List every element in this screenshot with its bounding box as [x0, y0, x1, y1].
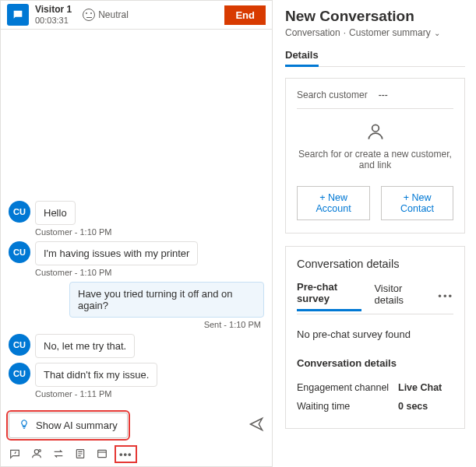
- end-button[interactable]: End: [224, 5, 266, 25]
- chat-toolbar: •••: [1, 443, 272, 466]
- svg-point-1: [39, 450, 41, 452]
- avatar: CU: [9, 201, 30, 223]
- visitor-info: Visitor 1 00:03:31: [35, 4, 72, 26]
- conversation-details-title: Conversation details: [297, 258, 453, 270]
- message-bubble: That didn't fix my issue.: [35, 363, 157, 387]
- lightbulb-icon: [19, 419, 30, 432]
- tab-details[interactable]: Details: [285, 49, 319, 67]
- sentiment-label: Neutral: [98, 9, 129, 20]
- message-group-outgoing: Have you tried turning it off and on aga…: [9, 282, 264, 329]
- search-customer-label: Search customer: [297, 90, 368, 100]
- knowledge-icon[interactable]: [96, 448, 108, 460]
- customer-card: Search customer --- Search for or create…: [285, 78, 465, 234]
- prechat-empty-text: No pre-chat survey found: [297, 328, 453, 340]
- message-group: CU Hello Customer - 1:10 PM: [9, 201, 264, 237]
- send-icon[interactable]: [249, 416, 264, 434]
- message-group: CU I'm having issues with my printer Cus…: [9, 241, 264, 277]
- avatar: CU: [9, 241, 30, 263]
- avatar: CU: [9, 334, 30, 356]
- subtab-underline: [297, 314, 453, 314]
- customer-actions: + New Account + New Contact: [297, 186, 453, 220]
- chevron-down-icon[interactable]: ⌄: [434, 29, 440, 37]
- kv-value: 0 secs: [398, 401, 428, 412]
- ai-summary-label: Show AI summary: [36, 420, 118, 431]
- spacer: [9, 36, 264, 201]
- new-account-button[interactable]: + New Account: [297, 186, 370, 220]
- new-contact-button[interactable]: + New Contact: [381, 186, 453, 220]
- conversation-subtabs: Pre-chat survey Visitor details •••: [297, 281, 453, 311]
- breadcrumb: Conversation · Customer summary ⌄: [285, 27, 465, 38]
- kv-label: Waiting time: [297, 401, 398, 412]
- kv-label: Engagement channel: [297, 382, 398, 393]
- neutral-face-icon: [83, 9, 95, 21]
- conversation-details-section: Conversation details: [297, 357, 453, 369]
- sentiment-indicator: Neutral: [83, 9, 129, 21]
- more-tabs-icon[interactable]: •••: [438, 290, 453, 302]
- chat-header: Visitor 1 00:03:31 Neutral End: [1, 1, 272, 30]
- message-meta: Sent - 1:10 PM: [9, 320, 261, 329]
- avatar: CU: [9, 363, 30, 384]
- breadcrumb-item[interactable]: Conversation: [285, 27, 340, 38]
- svg-point-4: [372, 125, 379, 132]
- message-meta: Customer - 1:10 PM: [35, 227, 264, 237]
- message-group: CU No, let me try that.: [9, 334, 264, 358]
- message-bubble: Have you tried turning it off and on aga…: [69, 282, 264, 318]
- kv-waiting-time: Waiting time 0 secs: [297, 397, 453, 416]
- visitor-name: Visitor 1: [35, 4, 72, 15]
- page-title: New Conversation: [285, 8, 465, 25]
- message-meta: Customer - 1:11 PM: [35, 389, 264, 399]
- breadcrumb-item[interactable]: Customer summary: [349, 27, 431, 38]
- chat-channel-icon: [7, 4, 29, 26]
- dot-separator: ·: [344, 27, 346, 38]
- message-bubble: Hello: [35, 201, 76, 225]
- svg-rect-3: [98, 450, 107, 457]
- conversation-duration: 00:03:31: [35, 16, 72, 26]
- consult-icon[interactable]: [30, 448, 43, 460]
- search-customer-value: ---: [379, 90, 388, 100]
- transfer-icon[interactable]: [52, 448, 65, 460]
- kv-value: Live Chat: [398, 382, 442, 393]
- more-icon[interactable]: •••: [118, 448, 134, 460]
- message-bubble: I'm having issues with my printer: [35, 241, 198, 265]
- notes-icon[interactable]: [74, 448, 86, 460]
- message-meta: Customer - 1:10 PM: [35, 268, 264, 277]
- message-bubble: No, let me try that.: [35, 334, 135, 358]
- tab-prechat-survey[interactable]: Pre-chat survey: [297, 281, 361, 311]
- empty-customer-text: Search for or create a new customer, and…: [297, 149, 453, 170]
- chat-transcript: CU Hello Customer - 1:10 PM CU I'm havin…: [1, 30, 272, 406]
- side-panel: New Conversation Conversation · Customer…: [273, 0, 476, 467]
- message-group: CU That didn't fix my issue. Customer - …: [9, 363, 264, 399]
- tab-visitor-details[interactable]: Visitor details: [374, 283, 425, 311]
- empty-customer-block: Search for or create a new customer, and…: [297, 109, 453, 180]
- search-customer-row[interactable]: Search customer ---: [297, 90, 453, 109]
- ai-summary-row: Show AI summary: [1, 406, 272, 443]
- svg-point-0: [34, 450, 38, 454]
- person-icon: [365, 132, 386, 144]
- kv-engagement-channel: Engagement channel Live Chat: [297, 378, 453, 397]
- conversation-details-card: Conversation details Pre-chat survey Vis…: [285, 246, 465, 429]
- show-ai-summary-button[interactable]: Show AI summary: [9, 413, 128, 438]
- quick-reply-icon[interactable]: [9, 448, 21, 460]
- chat-panel: Visitor 1 00:03:31 Neutral End CU Hello …: [0, 0, 273, 467]
